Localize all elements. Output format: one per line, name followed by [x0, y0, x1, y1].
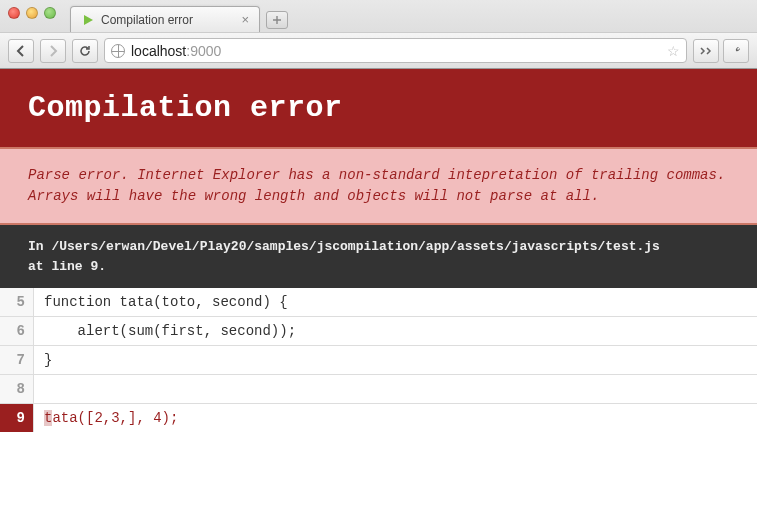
source-line-rest: ata([2,3,], 4); [52, 410, 178, 426]
minimize-window-button[interactable] [26, 7, 38, 19]
source-line: alert(sum(first, second)); [34, 317, 757, 345]
line-number: 5 [0, 288, 34, 316]
address-bar[interactable]: localhost:9000 ☆ [104, 38, 687, 63]
bookmark-star-icon[interactable]: ☆ [667, 43, 680, 59]
location-line-prefix: at line [28, 259, 90, 274]
source-line: } [34, 346, 757, 374]
browser-chrome: Compilation error × localhost:9000 ☆ [0, 0, 757, 69]
zoom-window-button[interactable] [44, 7, 56, 19]
source-line: function tata(toto, second) { [34, 288, 757, 316]
globe-icon [111, 44, 125, 58]
line-number: 6 [0, 317, 34, 345]
error-file-path: /Users/erwan/Devel/Play20/samples/jscomp… [51, 239, 660, 254]
url-port: :9000 [186, 43, 221, 59]
source-row: 5 function tata(toto, second) { [0, 288, 757, 316]
line-number: 8 [0, 375, 34, 403]
reload-button[interactable] [72, 39, 98, 63]
location-prefix: In [28, 239, 51, 254]
error-message-line: Parse error. Internet Explorer has a non… [28, 165, 729, 186]
source-line [34, 375, 757, 403]
error-message: Parse error. Internet Explorer has a non… [0, 147, 757, 225]
forward-button[interactable] [40, 39, 66, 63]
page-title: Compilation error [0, 69, 757, 147]
line-number: 9 [0, 404, 34, 432]
close-window-button[interactable] [8, 7, 20, 19]
error-page: Compilation error Parse error. Internet … [0, 69, 757, 432]
chevron-overflow-button[interactable] [693, 39, 719, 63]
source-row: 7 } [0, 345, 757, 374]
toolbar: localhost:9000 ☆ [0, 32, 757, 68]
line-number: 7 [0, 346, 34, 374]
source-line-error: tata([2,3,], 4); [34, 404, 757, 432]
wrench-settings-button[interactable] [723, 39, 749, 63]
error-location: In /Users/erwan/Devel/Play20/samples/jsc… [0, 225, 757, 288]
url-host: localhost [131, 43, 186, 59]
toolbar-right [693, 39, 749, 63]
location-line-suffix: . [98, 259, 106, 274]
source-row: 8 [0, 374, 757, 403]
source-listing: 5 function tata(toto, second) { 6 alert(… [0, 288, 757, 432]
titlebar [0, 0, 757, 26]
source-row-error: 9 tata([2,3,], 4); [0, 403, 757, 432]
back-button[interactable] [8, 39, 34, 63]
source-row: 6 alert(sum(first, second)); [0, 316, 757, 345]
window-controls [8, 7, 56, 19]
error-message-line: Arrays will have the wrong length and ob… [28, 186, 729, 207]
